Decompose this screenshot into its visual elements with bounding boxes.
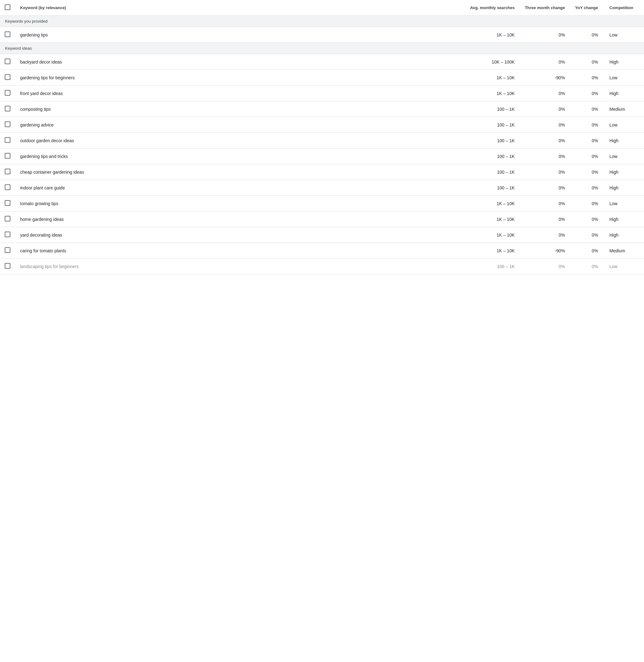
three-month-cell: 0% <box>520 133 570 149</box>
col-header-yoy: YoY change <box>570 0 603 16</box>
row-checkbox[interactable] <box>5 247 10 253</box>
avg-searches-cell: 10K – 100K <box>463 54 520 70</box>
avg-searches-cell: 100 – 1K <box>463 180 520 196</box>
keyword-cell[interactable]: yard decorating ideas <box>15 227 463 243</box>
select-all-checkbox[interactable] <box>5 4 10 10</box>
row-checkbox-cell[interactable] <box>0 196 15 212</box>
table-row: composting tips100 – 1K0%0%Medium <box>0 101 644 117</box>
competition-cell: High <box>603 212 644 227</box>
row-checkbox[interactable] <box>5 74 10 80</box>
three-month-cell: 0% <box>520 259 570 274</box>
three-month-cell: 0% <box>520 180 570 196</box>
row-checkbox[interactable] <box>5 200 10 206</box>
avg-searches-cell: 1K – 10K <box>463 243 520 259</box>
row-checkbox-cell[interactable] <box>0 149 15 164</box>
section-header-1: Keyword ideas <box>0 43 644 54</box>
table-row: gardening tips1K – 10K0%0%Low <box>0 27 644 43</box>
select-all-header[interactable] <box>0 0 15 16</box>
competition-cell: High <box>603 133 644 149</box>
competition-cell: High <box>603 86 644 101</box>
row-checkbox[interactable] <box>5 59 10 64</box>
competition-cell: Low <box>603 70 644 86</box>
row-checkbox-cell[interactable] <box>0 164 15 180</box>
section-label: Keyword ideas <box>0 43 644 54</box>
competition-cell: Medium <box>603 101 644 117</box>
row-checkbox[interactable] <box>5 231 10 237</box>
row-checkbox-cell[interactable] <box>0 70 15 86</box>
row-checkbox-cell[interactable] <box>0 243 15 259</box>
row-checkbox-cell[interactable] <box>0 212 15 227</box>
row-checkbox[interactable] <box>5 137 10 143</box>
row-checkbox-cell[interactable] <box>0 180 15 196</box>
row-checkbox[interactable] <box>5 216 10 221</box>
row-checkbox[interactable] <box>5 153 10 159</box>
keyword-cell[interactable]: cheap container gardening ideas <box>15 164 463 180</box>
col-header-keyword: Keyword (by relevance) <box>15 0 463 16</box>
table-row: front yard decor ideas1K – 10K0%0%High <box>0 86 644 101</box>
avg-searches-cell: 100 – 1K <box>463 101 520 117</box>
avg-searches-cell: 1K – 10K <box>463 70 520 86</box>
table-row: yard decorating ideas1K – 10K0%0%High <box>0 227 644 243</box>
keyword-cell[interactable]: composting tips <box>15 101 463 117</box>
row-checkbox-cell[interactable] <box>0 227 15 243</box>
avg-searches-cell: 1K – 10K <box>463 212 520 227</box>
keyword-cell[interactable]: backyard decor ideas <box>15 54 463 70</box>
row-checkbox[interactable] <box>5 106 10 111</box>
row-checkbox-cell[interactable] <box>0 27 15 43</box>
keyword-cell[interactable]: gardening tips <box>15 27 463 43</box>
row-checkbox-cell[interactable] <box>0 133 15 149</box>
keyword-cell[interactable]: tomato growing tips <box>15 196 463 212</box>
table-row: gardening tips and tricks100 – 1K0%0%Low <box>0 149 644 164</box>
keyword-cell[interactable]: gardening tips for beginners <box>15 70 463 86</box>
three-month-cell: 0% <box>520 117 570 133</box>
yoy-cell: 0% <box>570 180 603 196</box>
yoy-cell: 0% <box>570 259 603 274</box>
three-month-cell: 0% <box>520 54 570 70</box>
keyword-cell[interactable]: landscaping tips for beginners <box>15 259 463 274</box>
avg-searches-cell: 100 – 1K <box>463 117 520 133</box>
yoy-cell: 0% <box>570 149 603 164</box>
three-month-cell: -90% <box>520 70 570 86</box>
row-checkbox[interactable] <box>5 263 10 269</box>
table-row: home gardening ideas1K – 10K0%0%High <box>0 212 644 227</box>
three-month-cell: 0% <box>520 86 570 101</box>
table-row: gardening tips for beginners1K – 10K-90%… <box>0 70 644 86</box>
three-month-cell: 0% <box>520 149 570 164</box>
competition-cell: Low <box>603 196 644 212</box>
row-checkbox[interactable] <box>5 122 10 127</box>
row-checkbox[interactable] <box>5 184 10 190</box>
competition-cell: High <box>603 180 644 196</box>
section-header-0: Keywords you provided <box>0 16 644 27</box>
keyword-cell[interactable]: caring for tomato plants <box>15 243 463 259</box>
keyword-cell[interactable]: home gardening ideas <box>15 212 463 227</box>
keyword-cell[interactable]: indoor plant care guide <box>15 180 463 196</box>
row-checkbox[interactable] <box>5 90 10 96</box>
three-month-cell: 0% <box>520 27 570 43</box>
keyword-cell[interactable]: gardening tips and tricks <box>15 149 463 164</box>
yoy-cell: 0% <box>570 54 603 70</box>
competition-cell: Low <box>603 149 644 164</box>
avg-searches-cell: 1K – 10K <box>463 86 520 101</box>
row-checkbox-cell[interactable] <box>0 117 15 133</box>
keyword-cell[interactable]: outdoor garden decor ideas <box>15 133 463 149</box>
keyword-cell[interactable]: front yard decor ideas <box>15 86 463 101</box>
row-checkbox[interactable] <box>5 169 10 174</box>
three-month-cell: 0% <box>520 196 570 212</box>
row-checkbox-cell[interactable] <box>0 86 15 101</box>
competition-cell: High <box>603 164 644 180</box>
yoy-cell: 0% <box>570 212 603 227</box>
row-checkbox[interactable] <box>5 31 10 37</box>
keyword-cell[interactable]: gardening advice <box>15 117 463 133</box>
row-checkbox-cell[interactable] <box>0 54 15 70</box>
row-checkbox-cell[interactable] <box>0 259 15 274</box>
row-checkbox-cell[interactable] <box>0 101 15 117</box>
yoy-cell: 0% <box>570 86 603 101</box>
col-header-competition: Competition <box>603 0 644 16</box>
col-header-avg: Avg. monthly searches <box>463 0 520 16</box>
table-row: cheap container gardening ideas100 – 1K0… <box>0 164 644 180</box>
table-row: indoor plant care guide100 – 1K0%0%High <box>0 180 644 196</box>
yoy-cell: 0% <box>570 101 603 117</box>
table-row: caring for tomato plants1K – 10K-90%0%Me… <box>0 243 644 259</box>
three-month-cell: 0% <box>520 227 570 243</box>
yoy-cell: 0% <box>570 133 603 149</box>
